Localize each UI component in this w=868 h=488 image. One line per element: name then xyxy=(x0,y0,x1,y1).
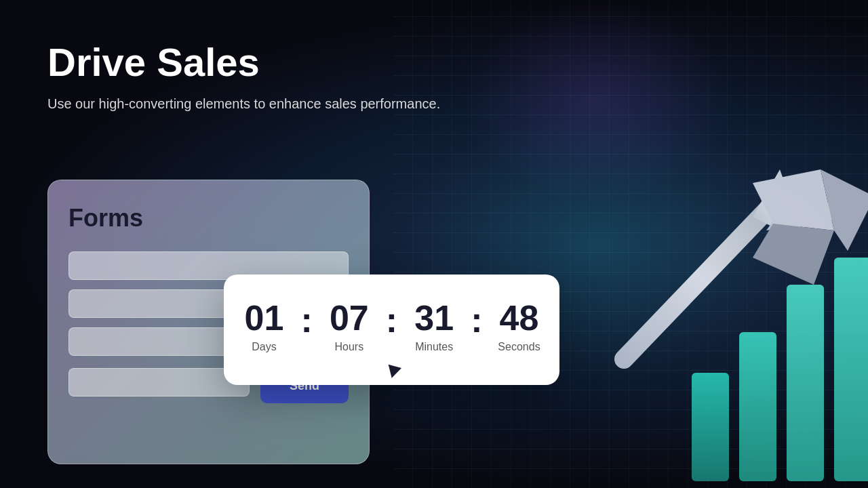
timer-minutes: 31 Minutes xyxy=(400,300,468,353)
colon-3: : xyxy=(468,302,485,338)
colon-2: : xyxy=(383,302,400,338)
hours-label: Hours xyxy=(335,341,364,353)
main-content: Drive Sales Use our high-converting elem… xyxy=(0,0,868,488)
seconds-label: Seconds xyxy=(498,341,540,353)
minutes-value: 31 xyxy=(414,300,454,336)
timer-days: 01 Days xyxy=(231,300,298,353)
hours-value: 07 xyxy=(330,300,369,336)
timer-numbers: 01 Days : 07 Hours : 31 Minutes : 48 Sec… xyxy=(231,300,553,353)
page-subtitle: Use our high-converting elements to enha… xyxy=(47,96,821,112)
timer-seconds: 48 Seconds xyxy=(486,300,553,353)
page-title: Drive Sales xyxy=(47,41,821,84)
days-value: 01 xyxy=(245,300,284,336)
colon-1: : xyxy=(298,302,315,338)
days-label: Days xyxy=(252,341,276,353)
seconds-value: 48 xyxy=(500,300,539,336)
minutes-label: Minutes xyxy=(415,341,453,353)
timer-hours: 07 Hours xyxy=(315,300,383,353)
